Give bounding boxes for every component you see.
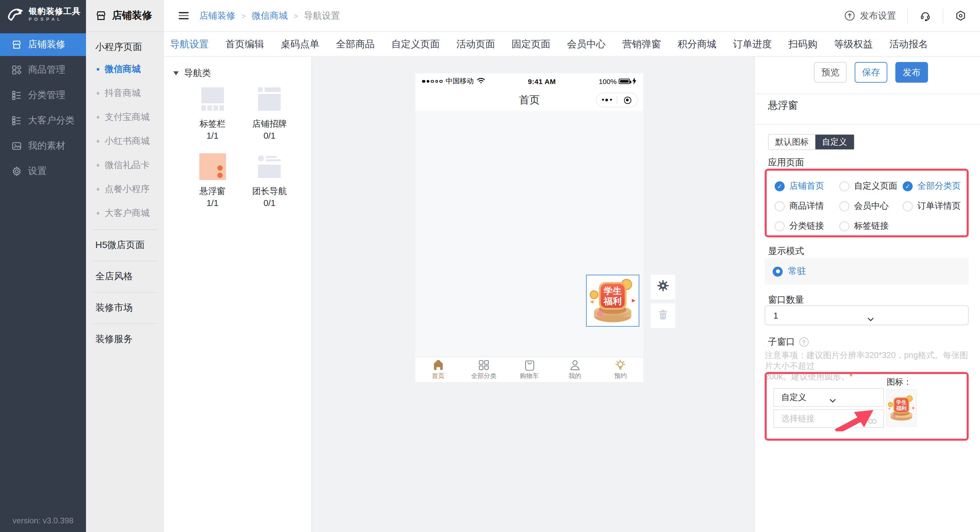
widget-group-nav[interactable]: 导航类: [173, 67, 311, 79]
publish-circle-arrow-icon: [844, 10, 856, 22]
help-icon[interactable]: ?: [799, 337, 808, 347]
radio-checked-icon[interactable]: [773, 266, 783, 276]
nav-decorate-service[interactable]: 装修服务: [86, 328, 164, 350]
apply-pages-label: 应用页面: [768, 157, 804, 169]
phone-tab-mine[interactable]: 我的: [552, 357, 598, 382]
module-tabs: 导航设置 首页编辑 桌码点单 全部商品 自定义页面 活动页面 固定页面 会员中心…: [164, 32, 980, 57]
sidebar-item-settings[interactable]: 设置: [0, 160, 86, 183]
signal-dots-icon: [422, 80, 442, 83]
lightbulb-icon: [615, 359, 626, 370]
option-all-categories-page[interactable]: 全部分类页: [903, 180, 961, 192]
sidebar-item-materials[interactable]: 我的素材: [0, 135, 86, 157]
save-button[interactable]: 保存: [855, 62, 887, 83]
sub-sidebar-title: 店铺装修: [112, 10, 152, 22]
tab-activity-page[interactable]: 活动页面: [457, 38, 495, 50]
window-count-select[interactable]: 1: [765, 305, 969, 325]
inspector-title: 悬浮窗: [768, 99, 798, 112]
tab-nav-settings[interactable]: 导航设置: [170, 38, 208, 50]
breadcrumb: 店铺装修 > 微信商城 > 导航设置: [199, 10, 340, 22]
collapse-menu-icon[interactable]: [179, 12, 189, 19]
tab-scan-buy[interactable]: 扫码购: [788, 38, 817, 50]
tab-custom-page[interactable]: 自定义页面: [391, 38, 440, 50]
storefront-icon: [11, 39, 22, 50]
channel-douyin-mall[interactable]: 抖音商城: [86, 81, 164, 105]
support-headset-icon[interactable]: [920, 10, 931, 22]
sidebar-item-label: 商品管理: [28, 64, 65, 76]
widget-tabbar[interactable]: 标签栏 1/1: [184, 86, 241, 141]
icon-mode-segmented: 默认图标 自定义: [768, 134, 854, 150]
option-order-detail-page[interactable]: 订单详情页: [903, 200, 961, 212]
chevron-down-icon: [173, 71, 179, 75]
sidebar-item-label: 店铺装修: [28, 39, 65, 51]
preview-button[interactable]: 预览: [814, 62, 847, 83]
preview-canvas: 中国移动 9:41 AM 100% 首页: [312, 57, 754, 532]
tab-order-progress[interactable]: 订单进度: [733, 38, 772, 50]
checkbox-icon: [839, 181, 850, 191]
apply-pages-annotation-box: 店铺首页 自定义页面 全部分类页 商品详情 会员中心 订单详情页 分类链接 标签…: [765, 169, 969, 237]
bullet-dot: [97, 116, 99, 119]
option-category-link[interactable]: 分类链接: [775, 220, 839, 232]
student-benefit-badge: 学生 福利: [887, 394, 915, 422]
tab-member-center[interactable]: 会员中心: [567, 38, 606, 50]
channel-xiaohongshu-mall[interactable]: 小红书商城: [86, 129, 164, 153]
phone-tab-categories[interactable]: 全部分类: [461, 357, 507, 382]
phone-tab-booking[interactable]: 预约: [598, 357, 643, 382]
channel-wechat-mall[interactable]: 微信商城: [86, 57, 164, 81]
brand: 银豹装修工具 POSPAL: [0, 0, 86, 29]
tab-level-benefits[interactable]: 等级权益: [834, 38, 873, 50]
tab-activity-signup[interactable]: 活动报名: [889, 38, 928, 50]
widget-float-window[interactable]: 悬浮窗 1/1: [184, 153, 241, 209]
widget-panel: 导航类 标签栏 1/1 店铺招牌: [164, 57, 312, 532]
channel-ordering-miniapp[interactable]: 点餐小程序: [86, 177, 164, 201]
channel-vip-mall[interactable]: 大客户商城: [86, 201, 164, 225]
phone-tab-cart[interactable]: 购物车: [507, 357, 552, 382]
more-dots-icon: [597, 99, 617, 101]
group-miniprogram-pages[interactable]: 小程序页面: [86, 32, 164, 57]
option-store-home[interactable]: 店铺首页: [775, 180, 839, 192]
option-tag-link[interactable]: 标签链接: [839, 220, 903, 232]
widget-leader-nav-thumb: [256, 153, 283, 180]
brand-subname: POSPAL: [29, 17, 81, 22]
tab-points-mall[interactable]: 积分商城: [678, 38, 716, 50]
segment-custom[interactable]: 自定义: [815, 135, 854, 149]
nav-h5-microstore[interactable]: H5微店页面: [86, 234, 164, 256]
breadcrumb-wechat-mall[interactable]: 微信商城: [252, 10, 288, 22]
annotation-arrow: [833, 409, 875, 431]
breadcrumb-shop-decorate[interactable]: 店铺装修: [199, 10, 235, 22]
nav-decorate-market[interactable]: 装修市场: [86, 297, 164, 319]
segment-default-icon[interactable]: 默认图标: [768, 135, 815, 149]
phone-page-body: 学生 福利: [415, 111, 643, 357]
channel-alipay-mall[interactable]: 支付宝商城: [86, 105, 164, 129]
brand-name: 银豹装修工具: [29, 7, 81, 16]
sidebar-item-goods[interactable]: 商品管理: [0, 59, 86, 81]
sidebar-item-shop-decorate[interactable]: 店铺装修: [0, 33, 86, 56]
option-product-detail[interactable]: 商品详情: [775, 200, 839, 212]
tab-all-goods[interactable]: 全部商品: [336, 38, 375, 50]
publish-button[interactable]: 发布: [895, 62, 928, 83]
publish-settings-button[interactable]: 发布设置: [844, 10, 896, 22]
widget-delete-button[interactable]: [651, 303, 675, 328]
option-resident[interactable]: 常驻: [788, 265, 806, 277]
tab-home-edit[interactable]: 首页编辑: [225, 38, 264, 50]
option-member-center[interactable]: 会员中心: [839, 200, 903, 212]
channel-wechat-giftcard[interactable]: 微信礼品卡: [86, 153, 164, 177]
settings-hexagon-icon[interactable]: [955, 10, 967, 22]
wifi-icon: [476, 77, 485, 85]
widget-store-sign[interactable]: 店铺招牌 0/1: [241, 86, 298, 141]
tab-marketing-popup[interactable]: 营销弹窗: [622, 38, 661, 50]
widget-leader-nav[interactable]: 团长导航 0/1: [241, 153, 298, 209]
custom-icon-thumbnail[interactable]: 学生 福利: [886, 389, 917, 427]
bullet-dot: [97, 188, 99, 191]
tab-fixed-page[interactable]: 固定页面: [512, 38, 550, 50]
nav-store-style[interactable]: 全店风格: [86, 265, 164, 288]
wechat-capsule[interactable]: [596, 93, 638, 107]
phone-tab-home[interactable]: 首页: [415, 357, 461, 382]
link-type-select[interactable]: 自定义: [773, 388, 884, 407]
tab-table-order[interactable]: 桌码点单: [281, 38, 319, 50]
option-custom-page[interactable]: 自定义页面: [839, 180, 903, 192]
sidebar-item-category[interactable]: 分类管理: [0, 84, 86, 107]
sidebar-item-vip-category[interactable]: 大客户分类: [0, 109, 86, 132]
widget-settings-button[interactable]: [651, 275, 675, 299]
bullet-dot: [97, 212, 99, 215]
float-window-widget-selected[interactable]: 学生 福利: [586, 275, 640, 327]
